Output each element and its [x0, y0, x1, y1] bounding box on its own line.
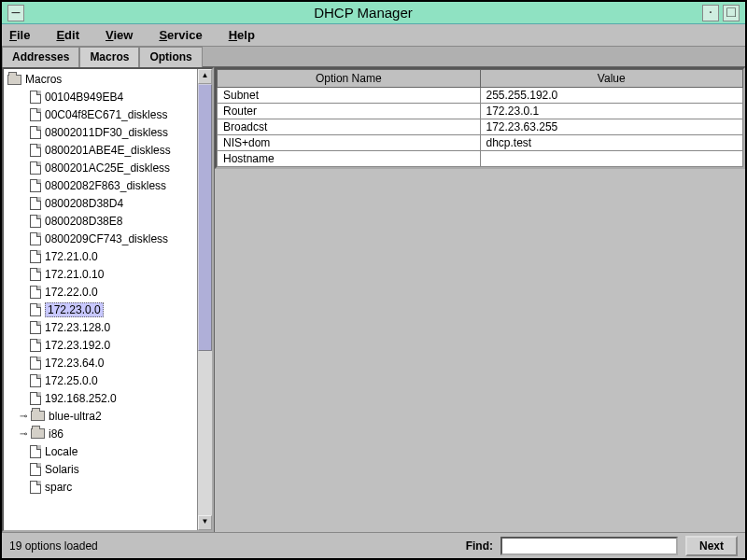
tree-item-label: 0800209CF743_diskless: [45, 232, 168, 245]
tree-item[interactable]: 08002082F863_diskless: [4, 176, 197, 194]
table-row[interactable]: NIS+domdhcp.test: [218, 135, 743, 151]
document-icon: [30, 357, 41, 370]
tree-item[interactable]: 172.23.192.0: [4, 336, 197, 354]
tree-item[interactable]: 172.23.128.0: [4, 318, 197, 336]
window-menu-button[interactable]: –: [7, 5, 24, 21]
tree-item[interactable]: ⊸blue-ultra2: [4, 407, 197, 425]
tree-item-label: 172.25.0.0: [45, 374, 98, 387]
table-row[interactable]: Router172.23.0.1: [218, 104, 743, 119]
maximize-button[interactable]: □: [723, 5, 740, 21]
document-icon: [30, 91, 41, 104]
tree-root[interactable]: Macros: [4, 71, 197, 88]
title-bar: – DHCP Manager · □: [2, 2, 745, 24]
document-icon: [30, 286, 41, 299]
tree-item[interactable]: Locale: [4, 442, 197, 460]
tree-item-label: 0800201AC25E_diskless: [45, 161, 170, 175]
tree-item[interactable]: 172.21.0.0: [4, 247, 197, 265]
menu-view[interactable]: View: [106, 28, 133, 42]
tree-item[interactable]: 172.22.0.0: [4, 283, 197, 301]
menu-file[interactable]: File: [9, 28, 30, 42]
scroll-thumb[interactable]: [198, 84, 212, 351]
find-label: Find:: [466, 539, 493, 553]
col-value[interactable]: Value: [480, 70, 743, 88]
tree-item[interactable]: 0800201AC25E_diskless: [4, 159, 197, 176]
tab-options[interactable]: Options: [139, 47, 202, 67]
tree-item[interactable]: 172.23.0.0: [4, 301, 197, 318]
tree-item-label: 172.21.0.0: [45, 250, 98, 263]
tree-item[interactable]: 00C04f8EC671_diskless: [4, 105, 197, 123]
menu-bar: File Edit View Service Help: [2, 24, 745, 47]
document-icon: [30, 108, 41, 121]
tree-item-label: 0800208D38E8: [45, 215, 122, 228]
cell-value: dhcp.test: [480, 135, 743, 151]
macros-tree[interactable]: Macros 00104B949EB400C04f8EC671_diskless…: [4, 69, 197, 530]
menu-help[interactable]: Help: [229, 28, 255, 42]
tree-item-label: 00104B949EB4: [45, 91, 123, 104]
tab-addresses[interactable]: Addresses: [2, 47, 79, 67]
tree-item-label: 00C04f8EC671_diskless: [45, 108, 167, 121]
tree-item[interactable]: Solaris: [4, 460, 197, 478]
cell-option-name: Hostname: [218, 151, 481, 167]
table-row[interactable]: Subnet255.255.192.0: [218, 88, 743, 104]
minimize-button[interactable]: ·: [702, 5, 719, 21]
tree-item[interactable]: 192.168.252.0: [4, 389, 197, 407]
document-icon: [30, 321, 41, 334]
document-icon: [30, 481, 41, 494]
menu-service[interactable]: Service: [159, 28, 202, 42]
document-icon: [30, 232, 41, 245]
tree-item[interactable]: 0800208D38D4: [4, 194, 197, 212]
document-icon: [30, 126, 41, 139]
tree-item-label: 0800201ABE4E_diskless: [45, 144, 171, 157]
cell-value: [480, 151, 743, 167]
tree-item[interactable]: sparc: [4, 478, 197, 496]
menu-edit[interactable]: Edit: [56, 28, 79, 42]
cell-value: 172.23.0.1: [480, 104, 743, 119]
content-area: Macros 00104B949EB400C04f8EC671_diskless…: [2, 67, 745, 532]
cell-value: 255.255.192.0: [480, 88, 743, 104]
status-bar: 19 options loaded Find: Next: [2, 532, 745, 558]
expand-toggle-icon[interactable]: ⊸: [19, 429, 27, 438]
tree-item[interactable]: ⊸i86: [4, 425, 197, 442]
tab-macros[interactable]: Macros: [79, 47, 139, 67]
cell-option-name: Broadcst: [218, 119, 481, 135]
cell-option-name: Subnet: [218, 88, 481, 104]
tree-item-label: 172.23.0.0: [45, 302, 104, 317]
tree-item-label: sparc: [45, 481, 72, 494]
cell-value: 172.23.63.255: [480, 119, 743, 135]
col-option-name[interactable]: Option Name: [218, 70, 481, 88]
tree-item-label: 172.23.64.0: [45, 357, 104, 370]
tree-item[interactable]: 00104B949EB4: [4, 88, 197, 105]
document-icon: [30, 144, 41, 157]
find-input[interactable]: [500, 537, 678, 555]
tree-item-label: 08002011DF30_diskless: [45, 126, 168, 139]
tree-scrollbar[interactable]: ▲ ▼: [197, 69, 212, 530]
document-icon: [30, 250, 41, 263]
scroll-track[interactable]: [198, 84, 212, 515]
scroll-up-button[interactable]: ▲: [198, 69, 212, 84]
expand-toggle-icon[interactable]: ⊸: [19, 412, 27, 420]
scroll-down-button[interactable]: ▼: [198, 515, 212, 530]
table-row[interactable]: Hostname: [218, 151, 743, 167]
tree-item-label: blue-ultra2: [49, 410, 102, 423]
tree-item[interactable]: 172.23.64.0: [4, 354, 197, 371]
tree-item[interactable]: 08002011DF30_diskless: [4, 123, 197, 141]
tree-item[interactable]: 0800209CF743_diskless: [4, 230, 197, 247]
tree-item[interactable]: 0800201ABE4E_diskless: [4, 141, 197, 159]
tree-item-label: Solaris: [45, 463, 79, 476]
tree-item-label: 172.23.128.0: [45, 321, 110, 334]
options-pane: Option Name Value Subnet255.255.192.0Rou…: [215, 67, 745, 532]
document-icon: [30, 161, 41, 175]
tree-item-label: 192.168.252.0: [45, 392, 117, 405]
cell-option-name: Router: [218, 104, 481, 119]
next-button[interactable]: Next: [685, 536, 738, 556]
tree-item-label: 172.23.192.0: [45, 339, 110, 352]
table-row[interactable]: Broadcst172.23.63.255: [218, 119, 743, 135]
options-table: Option Name Value Subnet255.255.192.0Rou…: [217, 69, 743, 167]
folder-icon: [7, 75, 21, 85]
tree-item[interactable]: 172.21.0.10: [4, 265, 197, 283]
tree-item[interactable]: 172.25.0.0: [4, 371, 197, 389]
tab-bar: Addresses Macros Options: [2, 47, 745, 67]
status-text: 19 options loaded: [9, 539, 98, 553]
document-icon: [30, 197, 41, 210]
tree-item[interactable]: 0800208D38E8: [4, 212, 197, 230]
